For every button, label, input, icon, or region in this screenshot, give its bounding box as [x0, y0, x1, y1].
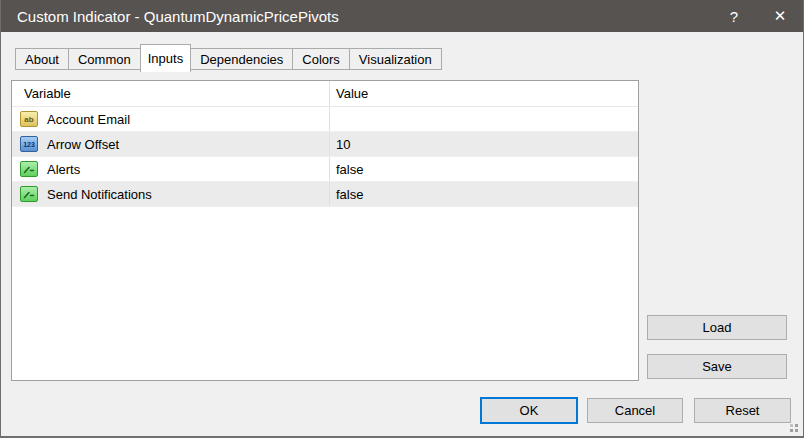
close-icon[interactable]: ✕: [757, 0, 803, 32]
tab-label: About: [25, 52, 59, 67]
window-title: Custom Indicator - QuantumDynamicPricePi…: [17, 8, 339, 25]
table-row[interactable]: ab Account Email: [12, 107, 638, 132]
reset-button[interactable]: Reset: [694, 398, 791, 423]
tab-dependencies[interactable]: Dependencies: [190, 48, 293, 70]
variable-name: Arrow Offset: [47, 137, 119, 152]
column-header-value[interactable]: Value: [329, 81, 638, 106]
table-row[interactable]: Alerts false: [12, 157, 638, 182]
tab-inputs[interactable]: Inputs: [140, 44, 191, 72]
tab-visualization[interactable]: Visualization: [349, 48, 442, 70]
table-header-row: Variable Value: [12, 81, 638, 107]
inputs-table: Variable Value ab Account Email 123 Arro…: [11, 80, 639, 381]
tab-label: Dependencies: [200, 52, 283, 67]
cancel-button[interactable]: Cancel: [587, 398, 683, 423]
table-row[interactable]: 123 Arrow Offset 10: [12, 132, 638, 157]
title-bar-buttons: ? ✕: [711, 0, 803, 32]
tab-common[interactable]: Common: [68, 48, 141, 70]
tab-label: Common: [78, 52, 131, 67]
variable-name: Alerts: [47, 162, 80, 177]
variable-cell: 123 Arrow Offset: [12, 132, 329, 156]
save-button[interactable]: Save: [647, 354, 787, 379]
ok-button[interactable]: OK: [480, 397, 578, 424]
table-row[interactable]: Send Notifications false: [12, 182, 638, 207]
variable-cell: Send Notifications: [12, 182, 329, 206]
value-cell[interactable]: 10: [329, 132, 638, 156]
variable-name: Account Email: [47, 112, 130, 127]
value-cell[interactable]: false: [329, 157, 638, 181]
string-input-icon: ab: [20, 111, 38, 127]
tab-label: Visualization: [359, 52, 432, 67]
value-cell[interactable]: [329, 107, 638, 131]
load-button[interactable]: Load: [647, 315, 787, 340]
custom-indicator-dialog: Custom Indicator - QuantumDynamicPricePi…: [0, 0, 804, 438]
tab-colors[interactable]: Colors: [292, 48, 350, 70]
number-input-icon: 123: [20, 136, 38, 152]
variable-cell: Alerts: [12, 157, 329, 181]
variable-name: Send Notifications: [47, 187, 152, 202]
tab-bar: About Common Inputs Dependencies Colors …: [15, 44, 441, 72]
table-rows: ab Account Email 123 Arrow Offset 10: [12, 107, 638, 207]
column-header-variable[interactable]: Variable: [12, 81, 329, 106]
tab-label: Inputs: [148, 51, 183, 66]
title-bar: Custom Indicator - QuantumDynamicPricePi…: [1, 0, 803, 32]
bool-input-icon: [20, 161, 38, 177]
bool-input-icon: [20, 186, 38, 202]
help-icon[interactable]: ?: [711, 0, 757, 32]
resize-grip[interactable]: [790, 424, 798, 432]
tab-label: Colors: [302, 52, 340, 67]
variable-cell: ab Account Email: [12, 107, 329, 131]
tab-about[interactable]: About: [15, 48, 69, 70]
value-cell[interactable]: false: [329, 182, 638, 206]
